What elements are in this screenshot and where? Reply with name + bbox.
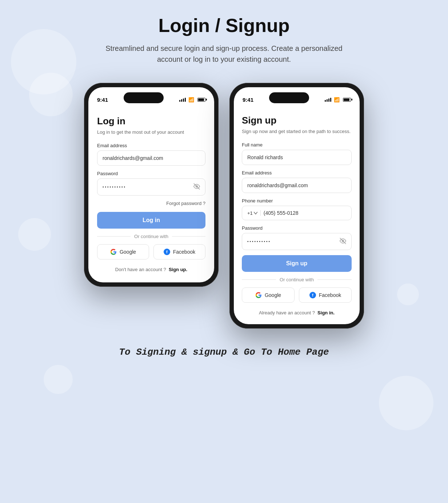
phone-divider	[260, 210, 261, 216]
google-icon-signup	[255, 292, 262, 298]
signal-bar-4	[185, 98, 186, 102]
signal-bar-2	[181, 99, 182, 102]
status-icons-signup: 📶	[325, 97, 351, 102]
google-icon-login	[110, 249, 117, 255]
google-label-signup: Google	[265, 292, 281, 298]
country-code[interactable]: +1	[247, 210, 257, 216]
bg-decoration-5	[379, 376, 433, 430]
signup-button[interactable]: Sign up	[242, 255, 352, 272]
fullname-input[interactable]: Ronald richards	[242, 150, 352, 165]
password-label-signup: Password	[242, 225, 352, 231]
or-divider-login: Or continue with	[97, 234, 205, 239]
password-dots-login: ••••••••••	[103, 185, 126, 189]
bottom-text-login: Don't have an account ?	[115, 267, 166, 272]
wifi-icon-login: 📶	[188, 97, 194, 102]
login-subtext: Log in to get the most out of your accou…	[97, 129, 205, 136]
eye-icon-signup[interactable]	[340, 238, 346, 245]
or-divider-signup: Or continue with	[242, 277, 352, 282]
password-input-signup[interactable]: ••••••••••	[242, 233, 352, 250]
phone-signup-screen: 9:41 📶 Sign up	[234, 87, 360, 324]
chevron-down-icon	[254, 211, 257, 215]
eye-icon-login[interactable]	[193, 183, 200, 191]
social-buttons-login: Google f Facebook	[97, 244, 205, 259]
email-input-login[interactable]: ronaldrichards@gmail.com	[97, 150, 205, 166]
bottom-text-signup: Already have an account ?	[259, 310, 315, 315]
battery-icon-signup	[343, 98, 351, 102]
status-icons-login: 📶	[179, 97, 205, 102]
phone-login: 9:41 📶 Log in L	[84, 83, 219, 287]
google-label-login: Google	[120, 249, 136, 255]
phone-label: Phone number	[242, 198, 352, 204]
page-subtitle: Streamlined and secure login and sign-up…	[100, 43, 348, 65]
facebook-label-signup: Facebook	[319, 292, 341, 298]
phone-login-screen: 9:41 📶 Log in L	[88, 87, 214, 282]
phone-number-input[interactable]: +1 (405) 555-0128	[242, 206, 352, 220]
email-input-signup[interactable]: ronaldrichards@gmail.com	[242, 178, 352, 193]
phone-value: (405) 555-0128	[264, 210, 299, 216]
dynamic-island-login	[124, 92, 164, 103]
facebook-button-signup[interactable]: f Facebook	[299, 287, 352, 303]
email-label-login: Email address	[97, 143, 205, 148]
status-time-login: 9:41	[97, 97, 108, 103]
forgot-password-link[interactable]: Forgot password ?	[97, 201, 205, 206]
password-label-login: Password	[97, 171, 205, 176]
battery-fill-login	[198, 98, 204, 101]
phone-signup: 9:41 📶 Sign up	[229, 83, 364, 329]
facebook-label-login: Facebook	[173, 249, 195, 255]
password-input-login[interactable]: ••••••••••	[97, 178, 205, 196]
or-text-signup: Or continue with	[280, 277, 314, 282]
signal-bar-3	[183, 98, 184, 102]
page-title: Login / Signup	[158, 15, 289, 36]
facebook-icon-signup: f	[309, 292, 316, 298]
bg-decoration-6	[44, 365, 73, 394]
phones-container: 9:41 📶 Log in L	[84, 83, 364, 329]
or-text-login: Or continue with	[134, 234, 168, 239]
password-dots-signup: ••••••••••	[247, 240, 271, 244]
bg-decoration-4	[397, 283, 419, 305]
status-bar-login: 9:41 📶	[88, 87, 214, 110]
signup-screen-content: Sign up Sign up now and get started on t…	[234, 110, 360, 324]
bg-decoration-3	[18, 218, 51, 251]
social-buttons-signup: Google f Facebook	[242, 287, 352, 303]
bottom-link-text-login[interactable]: Sign up.	[169, 267, 187, 272]
google-button-login[interactable]: Google	[97, 244, 149, 259]
country-code-value: +1	[247, 210, 253, 216]
email-value-signup: ronaldrichards@gmail.com	[247, 182, 308, 188]
page-footer: To Signing & signup & Go To Home Page	[119, 347, 329, 358]
login-button[interactable]: Log in	[97, 212, 205, 229]
wifi-icon-signup: 📶	[334, 97, 340, 102]
bottom-link-login[interactable]: Don't have an account ? Sign up.	[97, 267, 205, 272]
signal-bar-1	[179, 100, 180, 102]
google-button-signup[interactable]: Google	[242, 287, 295, 303]
status-bar-signup: 9:41 📶	[234, 87, 360, 110]
signal-bars-login	[179, 98, 186, 102]
fullname-label: Full name	[242, 142, 352, 148]
signup-heading: Sign up	[242, 115, 352, 126]
email-value-login: ronaldrichards@gmail.com	[103, 155, 163, 161]
signup-subtext: Sign up now and get started on the path …	[242, 128, 352, 135]
dynamic-island-signup	[269, 92, 309, 103]
login-screen-content: Log in Log in to get the most out of you…	[88, 110, 214, 282]
login-heading: Log in	[97, 116, 205, 127]
status-time-signup: 9:41	[243, 97, 253, 103]
email-label-signup: Email address	[242, 170, 352, 176]
bottom-link-signup[interactable]: Already have an account ? Sign in.	[242, 310, 352, 315]
facebook-button-login[interactable]: f Facebook	[153, 244, 205, 259]
fullname-value: Ronald richards	[247, 154, 283, 160]
facebook-icon-login: f	[164, 249, 170, 255]
signal-bars-signup	[325, 98, 331, 102]
bottom-link-text-signup[interactable]: Sign in.	[317, 310, 335, 315]
bg-decoration-2	[29, 73, 73, 116]
battery-icon-login	[197, 98, 205, 102]
